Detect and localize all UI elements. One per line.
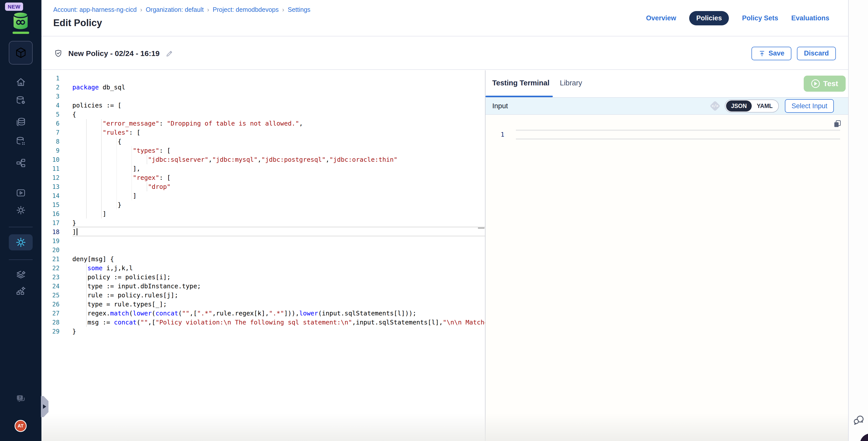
indent-guide [117, 164, 117, 173]
workspace: 12package db_sql34policies := [5{6 "erro… [41, 70, 848, 441]
sidebar-item-settings[interactable] [0, 205, 41, 215]
tab-policies[interactable]: Policies [689, 11, 729, 25]
policy-code-editor[interactable]: 12package db_sql34policies := [5{6 "erro… [41, 70, 485, 441]
indent-guide [86, 264, 87, 273]
module-selector[interactable] [9, 41, 33, 65]
code-line-content: { [72, 110, 485, 119]
line-number: 27 [41, 309, 72, 318]
sidebar-item-home[interactable] [0, 77, 41, 87]
code-line: 21deny[msg] { [41, 255, 485, 264]
indent-guide [86, 155, 87, 164]
help-chat-button[interactable] [0, 394, 41, 404]
code-line-content: ], [72, 164, 485, 173]
select-input-button[interactable]: Select Input [785, 99, 834, 113]
sidebar-item-flowchart[interactable] [0, 158, 41, 168]
sidebar-item-org-settings[interactable] [0, 286, 41, 296]
code-line-content: ] [72, 227, 485, 237]
indent-guide [86, 273, 87, 282]
code-line: 15 } [41, 200, 485, 210]
play-video-icon [16, 188, 26, 198]
indent-guide [101, 173, 102, 182]
code-line: 23 policy := policies[i]; [41, 273, 485, 282]
indent-guide [147, 182, 147, 191]
code-line-content: "regex": [ [72, 173, 485, 182]
indent-guide [147, 155, 147, 164]
line-number: 23 [41, 273, 72, 282]
line-number: 21 [41, 255, 72, 264]
code-line-content: deny[msg] { [72, 255, 485, 264]
database-gear-icon [16, 95, 26, 106]
code-line: 8 { [41, 137, 485, 146]
code-line: 10 "jdbc:sqlserver","jdbc:mysql","jdbc:p… [41, 155, 485, 164]
indent-guide [117, 155, 117, 164]
indent-guide [132, 155, 132, 164]
sidebar-item-project-settings-active[interactable] [9, 234, 33, 250]
sidebar-item-pipeline-runs[interactable] [0, 188, 41, 198]
indent-guide [86, 309, 87, 318]
database-stack-icon [16, 117, 26, 127]
policy-toolbar: New Policy - 02/24 - 16:19 Save Discard [41, 37, 848, 70]
code-line: 5{ [41, 110, 485, 119]
sidebar-item-database-stack[interactable] [0, 117, 41, 127]
sidebar-item-database-grid[interactable] [0, 136, 41, 147]
line-number: 25 [41, 291, 72, 300]
tab-evaluations[interactable]: Evaluations [791, 14, 829, 22]
line-number: 3 [41, 92, 72, 101]
breadcrumb-item[interactable]: Account: app-harness-ng-cicd [53, 6, 136, 13]
shield-check-icon [54, 49, 63, 58]
code-line-content: ] [72, 191, 485, 200]
overview-ruler-cursor-mark [478, 226, 485, 228]
breadcrumb-item[interactable]: Project: demodbdevops [213, 6, 279, 13]
input-editor[interactable]: 1 [486, 115, 848, 441]
code-line: 26 type = rule.types[_]; [41, 300, 485, 309]
save-button[interactable]: Save [751, 47, 792, 60]
indent-guide [101, 137, 102, 146]
page-header: Account: app-harness-ng-cicd›Organizatio… [41, 0, 848, 36]
code-line: 29} [41, 327, 485, 336]
indent-guide [132, 146, 132, 155]
copy-icon[interactable] [833, 120, 842, 128]
code-line: 13 "drop" [41, 182, 485, 191]
page-title: Edit Policy [53, 18, 102, 28]
discard-button[interactable]: Discard [797, 47, 836, 60]
breadcrumb-item[interactable]: Settings [288, 6, 310, 13]
breadcrumb-separator: › [140, 6, 142, 13]
code-line: 6 "error_message": "Dropping of table is… [41, 119, 485, 128]
page-right-strip [848, 0, 868, 441]
tab-policy-sets[interactable]: Policy Sets [742, 14, 778, 22]
code-line-content [72, 246, 485, 255]
home-icon [16, 77, 26, 87]
indent-guide [132, 191, 132, 200]
format-option-json[interactable]: JSON [726, 100, 752, 112]
tab-library[interactable]: Library [560, 70, 582, 96]
indent-guide [101, 182, 102, 191]
line-number: 13 [41, 182, 72, 191]
expand-arrow-icon [43, 404, 46, 409]
code-line: 16 ] [41, 210, 485, 219]
code-line: 27 regex.match(lower(concat("",[".*",rul… [41, 309, 485, 318]
chat-widget-button[interactable] [852, 414, 865, 427]
code-line-content: "error_message": "Dropping of table is n… [72, 119, 485, 128]
line-number: 8 [41, 137, 72, 146]
indent-guide [101, 155, 102, 164]
line-number: 20 [41, 246, 72, 255]
sidebar-item-layers-settings[interactable] [0, 269, 41, 280]
code-line-content: type = rule.types[_]; [72, 300, 485, 309]
text-cursor [76, 228, 78, 236]
indent-guide [86, 200, 87, 210]
breadcrumb-item[interactable]: Organization: default [146, 6, 204, 13]
code-line-content [72, 237, 485, 246]
tab-testing-terminal[interactable]: Testing Terminal [492, 70, 550, 96]
testing-terminal-panel: Testing Terminal Library Test Input </> … [486, 70, 848, 441]
harness-dbdevops-logo[interactable] [12, 11, 29, 30]
format-option-yaml[interactable]: YAML [752, 100, 778, 112]
edit-pencil-icon[interactable] [165, 49, 174, 58]
database-grid-icon [16, 136, 26, 147]
test-button[interactable]: Test [804, 75, 846, 92]
tab-overview[interactable]: Overview [646, 14, 676, 22]
user-avatar[interactable]: AT [14, 420, 27, 432]
breadcrumb-separator: › [282, 6, 284, 13]
line-number: 22 [41, 264, 72, 273]
sidebar-item-database-settings[interactable] [0, 95, 41, 106]
code-line-content: msg := concat("",["Policy violation:\n T… [72, 318, 485, 327]
